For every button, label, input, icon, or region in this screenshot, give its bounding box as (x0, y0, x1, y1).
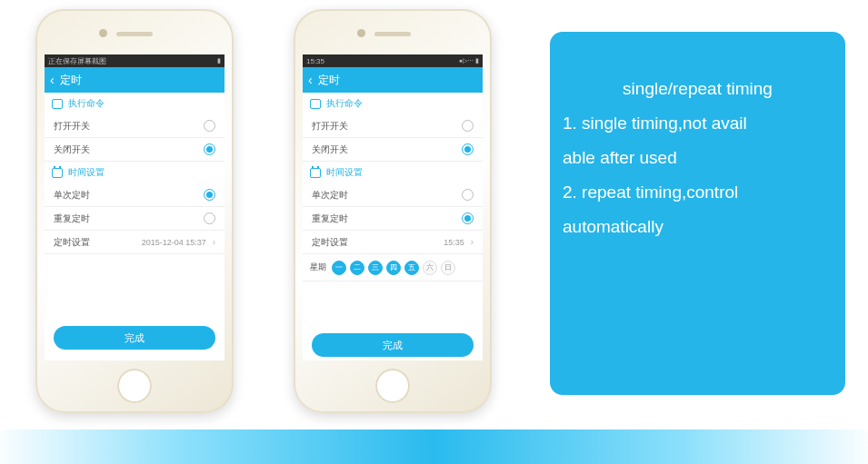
app-screen-2: 15:35 ●▷⋯▮ ‹ 定时 执行命令 打开开关 关闭开关 时间设置 (303, 54, 483, 360)
back-icon[interactable]: ‹ (308, 73, 313, 87)
day-toggle-sun[interactable]: 日 (441, 261, 455, 275)
title-bar: ‹ 定时 (45, 67, 224, 93)
row-label: 定时设置 (312, 236, 348, 249)
day-toggle-thu[interactable]: 四 (386, 261, 401, 275)
calendar-icon (310, 168, 321, 178)
done-button[interactable]: 完成 (54, 326, 215, 350)
section-label: 执行命令 (68, 97, 105, 110)
radio-off[interactable] (204, 120, 215, 132)
section-timeset: 时间设置 (303, 162, 483, 183)
calendar-icon (52, 168, 63, 178)
row-value: 2015-12-04 15:37 (142, 238, 206, 247)
row-weekdays: 星期 一 二 三 四 五 六 日 (303, 254, 483, 281)
row-label: 打开开关 (312, 120, 348, 133)
radio-on[interactable] (204, 143, 215, 155)
row-label: 打开开关 (54, 120, 90, 133)
info-card: single/repeat timing 1. single timing,no… (550, 32, 845, 395)
page-title: 定时 (60, 73, 82, 88)
info-line-3: 2. repeat timing,control (563, 177, 833, 208)
radio-on[interactable] (462, 212, 474, 224)
page-title: 定时 (318, 73, 340, 88)
done-label: 完成 (125, 331, 145, 345)
row-value: 15:35 (444, 238, 464, 247)
row-repeat-timing[interactable]: 重复定时 (303, 207, 483, 231)
section-timeset: 时间设置 (45, 162, 224, 183)
row-open-switch[interactable]: 打开开关 (45, 114, 224, 138)
decorative-divider (0, 429, 868, 464)
row-label: 单次定时 (54, 189, 90, 202)
radio-off[interactable] (462, 120, 474, 132)
status-icons: ▮ (217, 57, 221, 64)
day-toggle-tue[interactable]: 二 (350, 261, 364, 275)
day-toggle-wed[interactable]: 三 (368, 261, 383, 275)
status-bar: 正在保存屏幕截图 ▮ (45, 54, 224, 67)
back-icon[interactable]: ‹ (50, 73, 55, 87)
row-label: 重复定时 (54, 212, 90, 225)
section-label: 执行命令 (326, 97, 363, 110)
list-icon (310, 99, 321, 109)
chevron-right-icon: › (471, 237, 474, 247)
chevron-right-icon: › (213, 237, 215, 247)
phone-speaker (374, 32, 411, 36)
row-label: 单次定时 (312, 189, 348, 202)
phone-speaker (116, 32, 153, 36)
row-label: 关闭开关 (312, 143, 348, 156)
row-single-timing[interactable]: 单次定时 (45, 183, 224, 207)
info-line-4: automatically (563, 212, 833, 242)
done-button[interactable]: 完成 (312, 333, 474, 357)
section-exec: 执行命令 (303, 93, 483, 114)
status-bar: 15:35 ●▷⋯▮ (303, 54, 483, 67)
row-close-switch[interactable]: 关闭开关 (303, 138, 483, 162)
app-screen-1: 正在保存屏幕截图 ▮ ‹ 定时 执行命令 打开开关 关闭开关 时间设置 (45, 54, 224, 360)
row-close-switch[interactable]: 关闭开关 (45, 138, 224, 162)
row-label: 关闭开关 (54, 143, 90, 156)
row-time-config[interactable]: 定时设置 15:35 › (303, 231, 483, 254)
radio-off[interactable] (204, 212, 215, 224)
day-toggle-fri[interactable]: 五 (404, 261, 419, 275)
section-label: 时间设置 (68, 166, 105, 179)
phone-mockup-2: 15:35 ●▷⋯▮ ‹ 定时 执行命令 打开开关 关闭开关 时间设置 (294, 9, 492, 413)
list-icon (52, 99, 63, 109)
phone-camera (99, 29, 107, 37)
status-time: 15:35 (306, 57, 324, 65)
status-icons: ●▷⋯▮ (459, 57, 479, 64)
home-button[interactable] (117, 369, 152, 403)
info-line-1: 1. single timing,not avail (563, 108, 833, 139)
status-text: 正在保存屏幕截图 (48, 56, 106, 66)
done-label: 完成 (383, 339, 403, 352)
row-open-switch[interactable]: 打开开关 (303, 114, 483, 138)
home-button[interactable] (375, 369, 410, 403)
row-time-config[interactable]: 定时设置 2015-12-04 15:37 › (45, 231, 224, 254)
row-single-timing[interactable]: 单次定时 (303, 183, 483, 207)
radio-on[interactable] (204, 189, 215, 201)
phone-mockup-1: 正在保存屏幕截图 ▮ ‹ 定时 执行命令 打开开关 关闭开关 时间设置 (35, 9, 234, 413)
phone-camera (357, 29, 365, 37)
radio-on[interactable] (462, 143, 474, 155)
radio-off[interactable] (462, 189, 474, 201)
row-label: 定时设置 (54, 236, 90, 249)
section-label: 时间设置 (326, 166, 363, 179)
row-repeat-timing[interactable]: 重复定时 (45, 207, 224, 231)
section-exec: 执行命令 (45, 93, 224, 114)
info-line-2: able after used (563, 143, 833, 173)
info-title: single/repeat timing (563, 74, 833, 104)
row-label: 重复定时 (312, 212, 348, 225)
day-toggle-sat[interactable]: 六 (423, 261, 437, 275)
title-bar: ‹ 定时 (303, 67, 483, 93)
day-toggle-mon[interactable]: 一 (332, 261, 346, 275)
row-label: 星期 (310, 262, 326, 273)
